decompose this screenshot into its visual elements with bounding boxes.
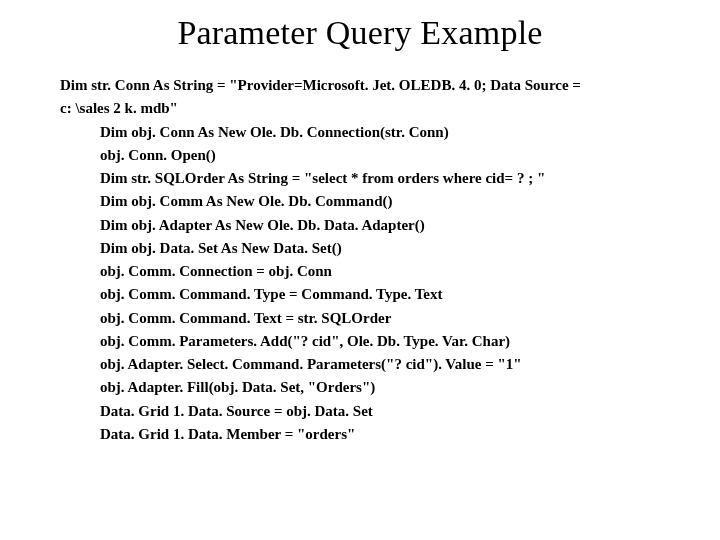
code-line: obj. Adapter. Fill(obj. Data. Set, "Orde… xyxy=(60,376,680,399)
code-line: obj. Adapter. Select. Command. Parameter… xyxy=(60,353,680,376)
code-line: Dim str. Conn As String = "Provider=Micr… xyxy=(60,74,680,97)
code-line: obj. Comm. Command. Text = str. SQLOrder xyxy=(60,307,680,330)
code-line: Dim obj. Conn As New Ole. Db. Connection… xyxy=(60,121,680,144)
code-line: c: \sales 2 k. mdb" xyxy=(60,97,680,120)
code-line: Dim obj. Comm As New Ole. Db. Command() xyxy=(60,190,680,213)
code-line: Dim obj. Data. Set As New Data. Set() xyxy=(60,237,680,260)
code-line: obj. Conn. Open() xyxy=(60,144,680,167)
code-line: obj. Comm. Parameters. Add("? cid", Ole.… xyxy=(60,330,680,353)
code-block: Dim str. Conn As String = "Provider=Micr… xyxy=(60,74,680,446)
code-line: Data. Grid 1. Data. Source = obj. Data. … xyxy=(60,400,680,423)
slide: Parameter Query Example Dim str. Conn As… xyxy=(0,0,720,540)
code-line: obj. Comm. Connection = obj. Conn xyxy=(60,260,680,283)
code-line: Dim obj. Adapter As New Ole. Db. Data. A… xyxy=(60,214,680,237)
slide-title: Parameter Query Example xyxy=(40,14,680,52)
code-line: Data. Grid 1. Data. Member = "orders" xyxy=(60,423,680,446)
code-line: Dim str. SQLOrder As String = "select * … xyxy=(60,167,680,190)
code-line: obj. Comm. Command. Type = Command. Type… xyxy=(60,283,680,306)
